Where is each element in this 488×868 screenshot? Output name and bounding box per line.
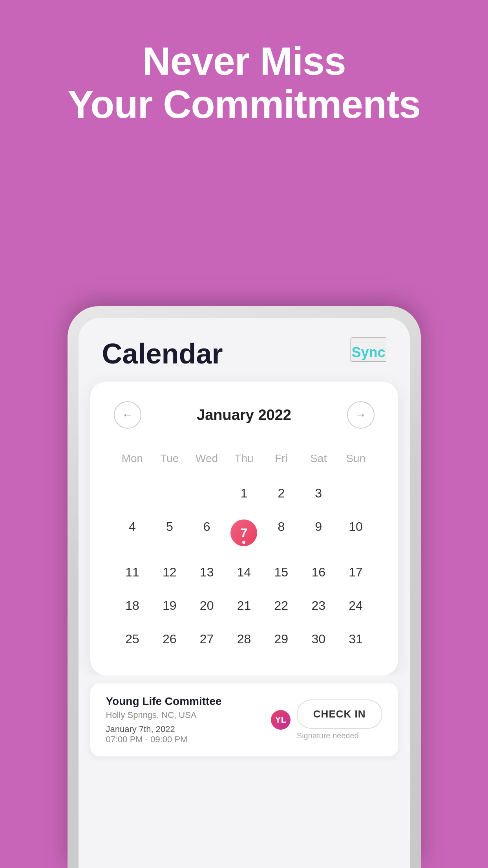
calendar-cell-14[interactable]: 14 xyxy=(225,556,263,589)
calendar-cell-16[interactable]: 16 xyxy=(300,556,337,589)
phone-shell: Calendar Sync ← January 2022 → Mon xyxy=(68,306,421,868)
calendar-cell[interactable] xyxy=(188,477,225,510)
app-title: Calendar xyxy=(102,338,223,370)
calendar-cell-19[interactable]: 19 xyxy=(151,589,188,622)
today-dot xyxy=(242,541,245,544)
next-month-button[interactable]: → xyxy=(347,401,375,429)
calendar-cell-2[interactable]: 2 xyxy=(263,477,300,510)
events-section: Young Life Committee Holly Springs, NC, … xyxy=(79,675,410,768)
event-location: Holly Springs, NC, USA xyxy=(106,710,259,720)
calendar-cell[interactable] xyxy=(114,477,151,510)
calendar-cell-13[interactable]: 13 xyxy=(188,556,225,589)
event-card: Young Life Committee Holly Springs, NC, … xyxy=(90,683,398,756)
calendar-month-year: January 2022 xyxy=(197,407,291,424)
event-time: 07:00 PM - 09:00 PM xyxy=(106,734,259,745)
calendar-cell-8[interactable]: 8 xyxy=(263,510,300,556)
calendar-cell-31[interactable]: 31 xyxy=(337,622,375,656)
calendar-cell-12[interactable]: 12 xyxy=(151,556,188,589)
phone-screen: Calendar Sync ← January 2022 → Mon xyxy=(79,318,410,868)
event-date: January 7th, 2022 xyxy=(106,724,259,734)
hero-title: Never Miss Your Commitments xyxy=(0,39,488,126)
today-indicator: 7 xyxy=(230,519,257,546)
calendar-cell-21[interactable]: 21 xyxy=(225,589,263,622)
calendar-cell-25[interactable]: 25 xyxy=(114,622,151,656)
calendar-cell-15[interactable]: 15 xyxy=(263,556,300,589)
calendar-cell[interactable] xyxy=(151,477,188,510)
calendar-cell-5[interactable]: 5 xyxy=(151,510,188,556)
right-arrow-icon: → xyxy=(355,409,366,421)
calendar-cell-6[interactable]: 6 xyxy=(188,510,225,556)
calendar-cell-9[interactable]: 9 xyxy=(300,510,337,556)
calendar-cell-22[interactable]: 22 xyxy=(263,589,300,622)
calendar-grid: 1 2 3 4 5 6 7 8 9 10 xyxy=(114,477,375,656)
calendar-cell-11[interactable]: 11 xyxy=(114,556,151,589)
calendar-cell-17[interactable]: 17 xyxy=(337,556,375,589)
calendar-cell[interactable] xyxy=(337,477,375,510)
event-info: Young Life Committee Holly Springs, NC, … xyxy=(106,695,259,745)
checkin-button[interactable]: CHECK IN xyxy=(297,699,382,729)
left-arrow-icon: ← xyxy=(122,409,133,421)
calendar-days-header: Mon Tue Wed Thu Fri Sat Sun xyxy=(114,448,375,469)
calendar-cell-3[interactable]: 3 xyxy=(300,477,337,510)
app-header: Calendar Sync xyxy=(79,318,410,378)
event-avatar: YL xyxy=(271,710,291,730)
calendar-cell-24[interactable]: 24 xyxy=(337,589,375,622)
calendar-header: ← January 2022 → xyxy=(114,401,375,429)
calendar-cell-27[interactable]: 27 xyxy=(188,622,225,656)
calendar-cell-30[interactable]: 30 xyxy=(300,622,337,656)
day-header-mon: Mon xyxy=(114,448,151,469)
day-header-wed: Wed xyxy=(188,448,225,469)
day-header-sun: Sun xyxy=(337,448,375,469)
day-header-thu: Thu xyxy=(225,448,263,469)
event-title: Young Life Committee xyxy=(106,695,259,708)
day-header-tue: Tue xyxy=(151,448,188,469)
calendar-cell-18[interactable]: 18 xyxy=(114,589,151,622)
calendar-cell-4[interactable]: 4 xyxy=(114,510,151,556)
calendar-cell-23[interactable]: 23 xyxy=(300,589,337,622)
day-header-sat: Sat xyxy=(300,448,337,469)
hero-section: Never Miss Your Commitments xyxy=(0,0,488,149)
day-header-fri: Fri xyxy=(263,448,300,469)
calendar-cell-1[interactable]: 1 xyxy=(225,477,263,510)
calendar-card: ← January 2022 → Mon Tue Wed Thu Fri Sat… xyxy=(90,382,398,675)
calendar-cell-29[interactable]: 29 xyxy=(263,622,300,656)
prev-month-button[interactable]: ← xyxy=(114,401,141,429)
signature-needed-label: Signature needed xyxy=(297,731,382,740)
calendar-cell-20[interactable]: 20 xyxy=(188,589,225,622)
phone-mockup: Calendar Sync ← January 2022 → Mon xyxy=(68,306,421,868)
calendar-cell-7-today[interactable]: 7 xyxy=(225,510,263,556)
sync-button[interactable]: Sync xyxy=(351,338,386,362)
calendar-cell-10[interactable]: 10 xyxy=(337,510,375,556)
calendar-cell-28[interactable]: 28 xyxy=(225,622,263,656)
calendar-cell-26[interactable]: 26 xyxy=(151,622,188,656)
